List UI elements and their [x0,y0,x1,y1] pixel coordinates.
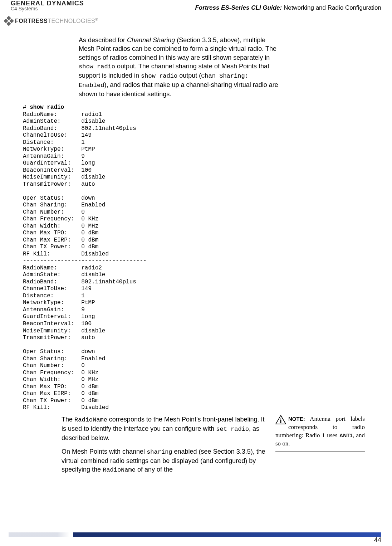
document-title: Fortress ES-Series CLI Guide: Networking… [195,0,381,11]
text: of any of the [136,466,173,473]
radioname-term: RadioName [74,416,107,423]
lower-paragraphs: The RadioName corresponds to the Mesh Po… [62,415,265,479]
svg-rect-2 [280,420,281,423]
info-triangle-icon [275,415,286,424]
ant1-label: ANT1 [339,433,353,438]
text: output ( [177,72,201,79]
footer-seg-right [73,532,381,537]
fortress-logo-text: FORTRESSTECHNOLOGIES® [15,18,98,24]
intro-paragraph: As described for Channel Sharing (Sectio… [79,36,279,98]
footer-seg-left [9,532,69,537]
lower-content: The RadioName corresponds to the Mesh Po… [0,415,392,479]
show-radio-cmd: show radio [79,63,115,70]
sharing-term: sharing [147,449,172,455]
fortress-diamond-icon [4,16,14,26]
show-radio-cmd: show radio [141,73,177,79]
doc-title-italic: Fortress ES-Series CLI Guide: [195,4,282,11]
text: As described for [79,36,127,44]
page-header: GENERAL DYNAMICS C4 Systems Fortress ES-… [0,0,392,11]
c4-systems-text: C4 Systems [11,6,84,11]
page-number: 44 [374,536,381,544]
footer-bar [9,532,381,537]
svg-point-1 [280,418,281,419]
fortress-bold: FORTRESS [15,18,48,24]
radioname-term: RadioName [103,467,136,473]
note-rule [275,451,365,452]
radioname-paragraph: The RadioName corresponds to the Mesh Po… [62,415,265,442]
text: The [62,416,74,423]
note-label: NOTE: [288,416,305,422]
sharing-paragraph: On Mesh Points with channel sharing enab… [62,447,265,474]
doc-title-rest: Networking and Radio Configuration [282,4,381,11]
text: On Mesh Points with channel [62,448,147,455]
text: ), and radios that make up a channel-sha… [79,81,278,98]
note-body: NOTE: Antenna port labels corresponds to… [275,415,365,448]
set-radio-cmd: set radio [216,426,249,433]
note-callout: NOTE: Antenna port labels corresponds to… [275,415,365,479]
logo-block: GENERAL DYNAMICS C4 Systems [11,0,84,11]
fortress-logo-row: FORTRESSTECHNOLOGIES® [4,16,392,26]
channel-sharing-term: Channel Sharing [127,36,175,44]
technologies-text: TECHNOLOGIES [48,18,95,24]
cli-output: # show radio RadioName: radio1 AdminStat… [23,104,392,411]
registered-mark: ® [95,18,98,21]
